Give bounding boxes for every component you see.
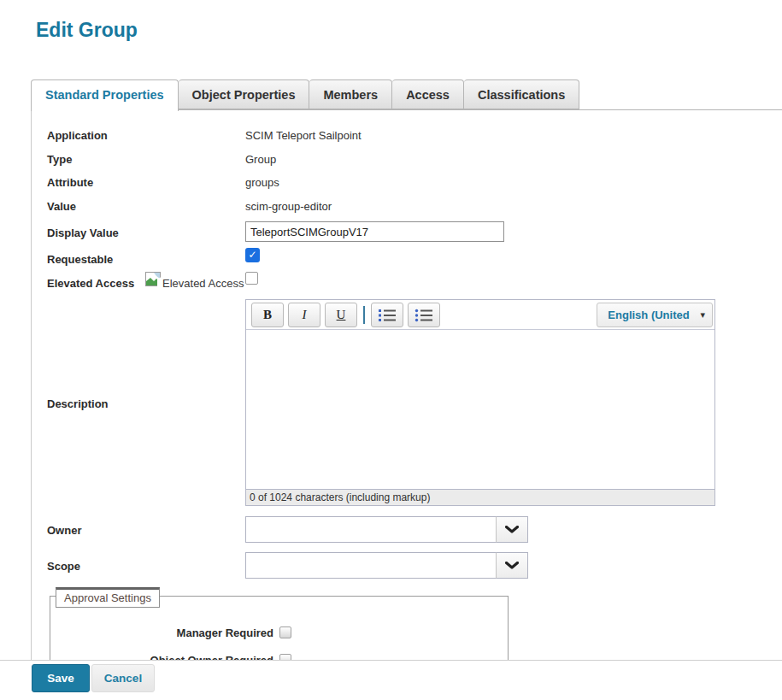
tab-access[interactable]: Access (392, 79, 464, 109)
unordered-list-button[interactable] (408, 303, 440, 327)
check-icon: ✓ (248, 249, 256, 261)
ordered-list-icon (378, 309, 397, 322)
description-label: Description (47, 397, 109, 410)
type-label: Type (47, 153, 72, 166)
save-button[interactable]: Save (32, 664, 90, 692)
chevron-down-icon (505, 526, 519, 534)
toolbar-separator (363, 306, 365, 324)
owner-label: Owner (47, 524, 81, 537)
underline-button[interactable]: U (325, 303, 357, 327)
requestable-checkbox[interactable]: ✓ (245, 248, 260, 262)
footer-button-bar: Save Cancel (0, 660, 782, 700)
type-value: Group (245, 153, 276, 166)
scope-dropdown-button[interactable] (496, 552, 528, 579)
attribute-value: groups (245, 176, 279, 189)
cancel-button[interactable]: Cancel (91, 664, 155, 692)
chevron-down-icon (505, 562, 519, 570)
italic-button[interactable]: I (288, 303, 320, 327)
elevated-access-checkbox[interactable] (245, 272, 258, 285)
display-value-input[interactable] (245, 221, 504, 242)
tab-object-properties[interactable]: Object Properties (179, 79, 310, 109)
attribute-label: Attribute (47, 176, 93, 189)
owner-input[interactable] (245, 516, 497, 543)
description-textarea[interactable] (246, 329, 714, 489)
broken-image-icon (145, 272, 162, 291)
scope-input[interactable] (245, 552, 497, 579)
tab-members[interactable]: Members (309, 79, 392, 109)
owner-dropdown-button[interactable] (496, 516, 528, 543)
tab-bar: Standard Properties Object Properties Me… (31, 79, 579, 111)
value-label: Value (47, 200, 76, 213)
caret-down-icon: ▾ (700, 303, 705, 326)
value-value: scim-group-editor (245, 200, 332, 213)
ordered-list-button[interactable] (371, 303, 403, 327)
description-char-count: 0 of 1024 characters (including markup) (246, 489, 714, 505)
application-value: SCIM Teleport Sailpoint (245, 129, 362, 142)
edit-group-page: Edit Group Standard Properties Object Pr… (0, 0, 782, 700)
language-selector[interactable]: English (United States) ▾ (597, 303, 713, 327)
tab-standard-properties[interactable]: Standard Properties (31, 79, 179, 111)
application-label: Application (47, 129, 108, 142)
unordered-list-icon (415, 309, 433, 322)
bold-button[interactable]: B (251, 303, 284, 327)
broken-image-alt-text: Elevated Access (162, 277, 244, 290)
tab-panel-left-border (31, 109, 32, 660)
approval-settings-legend: Approval Settings (56, 587, 160, 608)
manager-required-label: Manager Required (81, 626, 273, 639)
description-editor: B I U (245, 299, 715, 506)
scope-label: Scope (47, 560, 80, 573)
requestable-label: Requestable (47, 253, 113, 266)
page-title: Edit Group (36, 19, 138, 42)
manager-required-checkbox[interactable] (279, 626, 291, 638)
elevated-access-label: Elevated Access (47, 277, 134, 290)
tab-classifications[interactable]: Classifications (464, 79, 579, 109)
description-editor-toolbar: B I U (246, 300, 714, 329)
display-value-label: Display Value (47, 226, 119, 239)
